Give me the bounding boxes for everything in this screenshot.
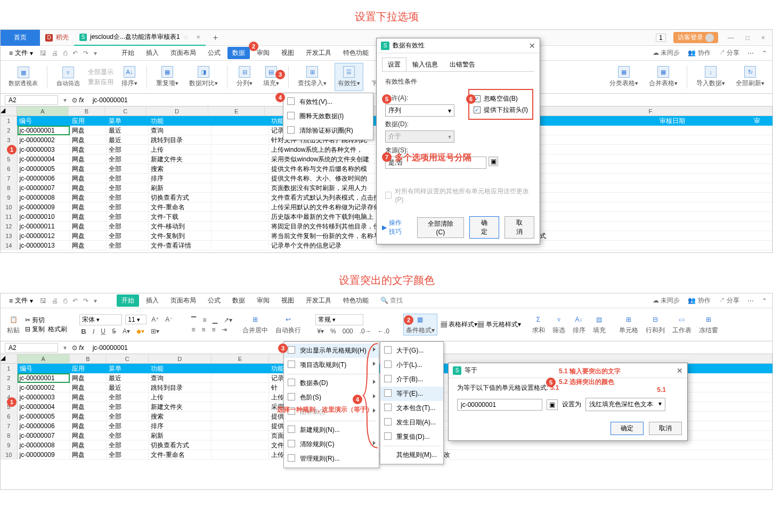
name-box[interactable]: A2 — [5, 95, 58, 105]
cell-menu[interactable]: 全部 — [107, 183, 149, 193]
align-right-icon[interactable]: ≡ — [210, 326, 217, 333]
row-header[interactable]: 2 — [1, 373, 18, 383]
share-button[interactable]: ↗ 分享 — [719, 296, 739, 305]
rtab-review[interactable]: 审阅 — [252, 294, 274, 307]
orient-icon[interactable]: ↗▾ — [222, 316, 234, 324]
cell-e[interactable] — [211, 154, 269, 164]
rtab-data[interactable]: 数据 — [227, 294, 250, 307]
btn-autofilter[interactable]: ▿自动筛选 — [54, 63, 83, 91]
cell-fn[interactable]: 搜索 — [149, 164, 211, 174]
dec-inc-icon[interactable]: .0→ — [358, 328, 373, 335]
col-B[interactable]: B — [69, 107, 105, 116]
rtab-formula[interactable]: 公式 — [203, 47, 225, 59]
cell-menu[interactable]: 全部 — [107, 202, 149, 212]
cell-e[interactable] — [211, 392, 269, 402]
cell-menu[interactable]: 最近 — [107, 373, 149, 383]
select-all[interactable]: ◢ — [1, 354, 18, 364]
tab-home[interactable]: 首页 — [1, 30, 40, 46]
cell-menu[interactable]: 全部 — [107, 193, 149, 202]
cfs-gt[interactable]: 大于(G)... — [380, 343, 443, 358]
cell-id[interactable]: jc-00000011 — [18, 222, 70, 231]
border-icon[interactable]: ⊞▾ — [149, 328, 161, 335]
file-menu[interactable]: ≡ 文件 ▾ — [6, 48, 36, 58]
cell-fn[interactable]: 切换查看方式 — [149, 440, 211, 450]
rtab-start[interactable]: 开始 — [117, 294, 139, 307]
collab-button[interactable]: 👥 协作 — [688, 296, 710, 305]
cell-menu[interactable]: 全部 — [107, 412, 149, 421]
cell-e[interactable] — [211, 174, 269, 183]
btn-validity[interactable]: ☰有效性▾ — [335, 63, 363, 91]
cf-highlight[interactable]: 突出显示单元格规则(H) — [284, 343, 379, 358]
cell-app[interactable]: 网盘 — [70, 126, 107, 135]
cell-app[interactable]: 网盘 — [70, 392, 107, 402]
italic-icon[interactable]: I — [91, 328, 96, 335]
cell-menu[interactable]: 全部 — [107, 402, 149, 412]
rtab-view[interactable]: 视图 — [276, 294, 299, 307]
cell-id[interactable]: jc-00000005 — [18, 164, 70, 174]
qa-undo-icon[interactable]: ↶ — [71, 50, 79, 57]
rtab-view[interactable]: 视图 — [276, 47, 299, 59]
cell-id[interactable]: jc-00000004 — [18, 154, 70, 164]
row-header[interactable]: 9 — [1, 193, 18, 202]
btn-import[interactable]: ↓导入数据▾ — [694, 63, 728, 91]
btn-showall[interactable]: 全部显示 — [88, 68, 113, 77]
maximize-icon[interactable]: □ — [744, 34, 752, 42]
cell-menu[interactable]: 全部 — [107, 154, 149, 164]
cell-menu[interactable]: 全部 — [107, 421, 149, 431]
row-header[interactable]: 10 — [1, 202, 18, 212]
cell-menu[interactable]: 全部 — [107, 145, 149, 154]
eq-cancel-button[interactable]: 取消 — [649, 422, 682, 435]
cell-id[interactable]: jc-00000001 — [18, 126, 70, 135]
cell-e[interactable] — [211, 440, 269, 450]
share-button[interactable]: ↗ 分享 — [719, 48, 739, 58]
cell-fn[interactable]: 查询 — [149, 373, 211, 383]
dlg-tab-settings[interactable]: 设置 — [382, 58, 406, 71]
qa-more-icon[interactable]: ▾ — [92, 297, 99, 305]
btn-compare[interactable]: ◨数据对比▾ — [186, 63, 221, 91]
cell-app[interactable]: 网盘 — [70, 183, 107, 193]
row-header[interactable]: 8 — [1, 183, 18, 193]
cell-app[interactable]: 网盘 — [70, 383, 107, 392]
chk-dropdown-arrow[interactable]: ✓提供下拉箭头(I) — [474, 105, 528, 114]
cell-fn[interactable]: 新建文件夹 — [149, 402, 211, 412]
dlg-tab-error[interactable]: 出错警告 — [444, 58, 481, 71]
rtab-special[interactable]: 特色功能 — [338, 47, 373, 59]
cell-fn[interactable]: 查询 — [149, 126, 211, 135]
row-header[interactable]: 14 — [1, 241, 18, 250]
qa-preview-icon[interactable]: ⎙ — [62, 297, 69, 305]
cf-manage[interactable]: 管理规则(R)... — [284, 452, 379, 466]
cell-app[interactable]: 网盘 — [70, 241, 107, 250]
size-select[interactable]: 11 ▾ — [125, 315, 147, 324]
cell-app[interactable]: 网盘 — [70, 154, 107, 164]
cell-menu[interactable]: 最近 — [107, 383, 149, 392]
btn-pivot[interactable]: ▦数据透视表 — [6, 63, 40, 91]
cell-id[interactable]: jc-00000003 — [18, 392, 70, 402]
cell-e[interactable] — [211, 383, 269, 392]
qa-save-icon[interactable]: 🖫 — [38, 297, 48, 305]
cell-id[interactable]: jc-00000003 — [18, 145, 70, 154]
btn-dup[interactable]: ▦重复项▾ — [153, 63, 181, 91]
cell-id[interactable]: jc-00000006 — [18, 174, 70, 183]
cell-fn[interactable]: 排序 — [149, 174, 211, 183]
chk-ignore-blank[interactable]: ✓忽略空值(B) — [474, 94, 528, 103]
cell-id[interactable]: jc-00000004 — [18, 402, 70, 412]
clear-all-button[interactable]: 全部清除(C) — [417, 217, 463, 238]
numfmt-select[interactable]: 常规 ▾ — [315, 314, 363, 325]
btn-wrap[interactable]: ↩自动换行 — [273, 314, 303, 335]
align-left-icon[interactable]: ≡ — [190, 326, 197, 333]
cell-id[interactable]: jc-00000008 — [18, 440, 70, 450]
eq-preset-select[interactable]: 浅红填充色深红色文本▾ — [585, 398, 665, 411]
rtab-search[interactable]: 🔍 查找 — [376, 294, 408, 307]
cell-menu[interactable]: 全部 — [107, 212, 149, 222]
cell-e[interactable] — [211, 402, 269, 412]
cell-menu[interactable]: 全部 — [107, 222, 149, 231]
rtab-formula[interactable]: 公式 — [203, 294, 225, 307]
rtab-special[interactable]: 特色功能 — [338, 294, 373, 307]
cell-e[interactable] — [211, 126, 269, 135]
cell-app[interactable]: 网盘 — [70, 440, 107, 450]
col-E[interactable]: E — [208, 107, 265, 116]
qa-undo-icon[interactable]: ↶ — [71, 297, 79, 305]
col-E[interactable]: E — [211, 354, 269, 364]
btn-mergetable[interactable]: ▦合并表格▾ — [646, 63, 680, 91]
cell-app[interactable]: 网盘 — [70, 412, 107, 421]
